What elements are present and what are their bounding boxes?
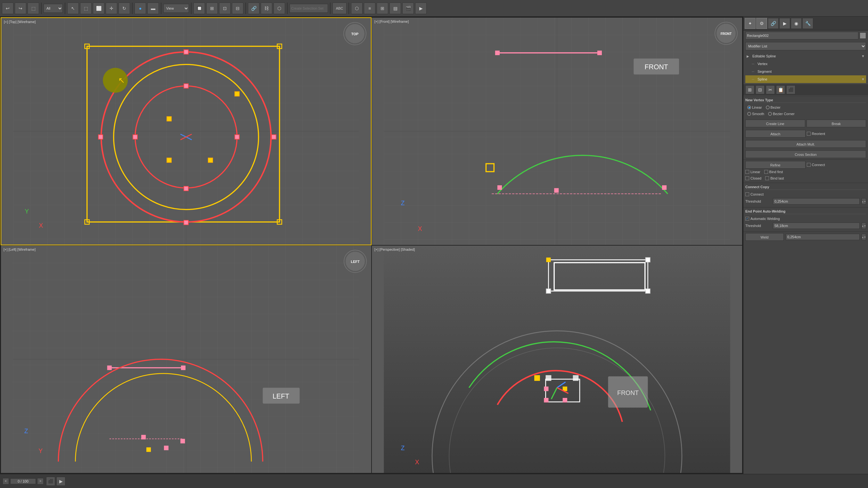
panel-utilities-icon[interactable]: 🔧 — [802, 18, 813, 29]
view-dropdown[interactable]: View — [163, 4, 189, 13]
weld-button[interactable]: Weld — [745, 233, 784, 241]
selection-set-input[interactable] — [289, 4, 328, 13]
panel-hierarchy-icon[interactable]: 🔗 — [768, 18, 779, 29]
mirror-tool[interactable]: ⬡ — [351, 3, 363, 14]
viewport-left[interactable]: [+] [Left] [Wireframe] LEFT — [1, 245, 372, 473]
nav-front-widget[interactable]: FRONT — [714, 22, 738, 46]
connect-threshold-spinner[interactable]: ▲▼ — [862, 198, 866, 205]
connect-copy-checkbox-item[interactable]: Connect — [745, 191, 866, 198]
break-button[interactable]: Break — [806, 120, 866, 127]
redo-button[interactable]: ↪ — [15, 3, 26, 14]
panel-tool-3[interactable]: ✂ — [766, 85, 775, 94]
align-tool[interactable]: ≡ — [364, 3, 375, 14]
panel-display-icon[interactable]: ◉ — [791, 18, 802, 29]
radio-bezier-corner[interactable]: Bezier Corner — [768, 112, 795, 116]
select-region[interactable]: ⬚ — [80, 3, 92, 14]
svg-rect-21 — [167, 158, 172, 163]
weld-value-input[interactable] — [786, 234, 860, 240]
connect-label: Connect — [812, 163, 825, 167]
panel-tool-1[interactable]: ⊞ — [745, 85, 754, 94]
rotate-tool[interactable]: ↻ — [119, 3, 130, 14]
render-tool[interactable]: 🎬 — [402, 3, 414, 14]
svg-text:Z: Z — [401, 199, 405, 206]
unlink-tool[interactable]: ⛓ — [261, 3, 272, 14]
bind-last-checkbox[interactable] — [765, 176, 769, 180]
viewport-front[interactable]: [+] [Front] [Wireframe] FRONT — [372, 17, 742, 245]
modifier-editable-spline[interactable]: ▶ Editable Spline ▼ — [745, 52, 866, 60]
modifier-list-select[interactable]: Modifier List — [745, 42, 866, 50]
weld-threshold-input[interactable] — [773, 223, 860, 229]
linear-checkbox-item[interactable]: Linear — [745, 170, 761, 174]
modifier-segment[interactable]: ··· Segment — [745, 68, 866, 75]
radio-linear[interactable]: Linear — [747, 106, 762, 109]
render2-tool[interactable]: ▶ — [415, 3, 427, 14]
viewport-top[interactable]: [+] [Top] [Wireframe] — [1, 17, 372, 245]
filter-dropdown[interactable]: All — [43, 4, 63, 13]
auto-welding-checkbox-item[interactable]: Automatic Welding — [745, 216, 866, 222]
svg-rect-39 — [597, 51, 602, 55]
circle-tool[interactable]: ● — [134, 3, 146, 14]
closed-checkbox-item[interactable]: Closed — [745, 176, 761, 180]
closed-checkbox[interactable] — [745, 176, 749, 180]
nav-next-button[interactable]: > — [37, 478, 43, 485]
panel-tool-2[interactable]: ⊟ — [755, 85, 765, 94]
link-tool[interactable]: 🔗 — [248, 3, 259, 14]
closed-label: Closed — [750, 176, 761, 180]
bind-first-checkbox[interactable] — [764, 170, 768, 174]
svg-rect-80 — [573, 375, 579, 381]
radio-smooth[interactable]: Smooth — [747, 112, 764, 116]
svg-rect-19 — [235, 92, 239, 96]
panel-tool-4[interactable]: 📋 — [776, 85, 785, 94]
svg-text:FRONT: FRONT — [617, 389, 639, 396]
nav-top-widget[interactable]: TOP — [343, 22, 367, 46]
timeline-key-button[interactable]: ⬛ — [46, 477, 55, 486]
connect-copy-checkbox[interactable] — [745, 192, 749, 196]
bind-tool[interactable]: ⬡ — [274, 3, 285, 14]
weld-spinner[interactable]: ▲▼ — [862, 234, 866, 240]
vertex-type-radios: Linear Bezier — [745, 104, 866, 111]
color-swatch[interactable] — [860, 32, 866, 39]
attach-mult-button[interactable]: Attach Mult. — [745, 140, 866, 148]
refine-button[interactable]: Refine — [745, 161, 806, 169]
attach-button[interactable]: Attach — [745, 130, 806, 138]
array-tool[interactable]: ⊞ — [377, 3, 388, 14]
connect-threshold-input[interactable] — [773, 198, 860, 205]
modifier-spline[interactable]: ··· Spline ▼ — [745, 75, 866, 83]
undo-button[interactable]: ↩ — [2, 3, 13, 14]
timeline-play-button[interactable]: ▶ — [56, 477, 65, 486]
viewport-perspective[interactable]: [+] [Perspective] [Shaded] — [372, 245, 742, 473]
cross-section-button[interactable]: Cross Section — [745, 150, 866, 158]
svg-rect-60 — [180, 439, 185, 443]
linear-checkbox[interactable] — [745, 170, 749, 174]
move-tool[interactable]: ✛ — [106, 3, 117, 14]
bind-last-checkbox-item[interactable]: Bind last — [765, 176, 784, 180]
status-bar: < 0 / 100 > ⬛ ▶ — [0, 474, 868, 488]
window-crossing[interactable]: ⬜ — [93, 3, 104, 14]
snap3-tool[interactable]: ⊡ — [219, 3, 230, 14]
new-vertex-type-title: New Vertex Type — [745, 97, 866, 103]
rect-tool[interactable]: ▬ — [147, 3, 159, 14]
reorient-checkbox[interactable] — [807, 132, 811, 136]
modifier-vertex[interactable]: ··· Vertex — [745, 60, 866, 68]
object-name-input[interactable] — [745, 32, 858, 39]
bind-first-checkbox-item[interactable]: Bind first — [764, 170, 783, 174]
select-tool[interactable]: ↖ — [67, 3, 79, 14]
radio-bezier[interactable]: Bezier — [766, 106, 780, 109]
create-line-button[interactable]: Create Line — [745, 120, 805, 127]
connect-checkbox[interactable] — [807, 163, 811, 167]
nav-prev-button[interactable]: < — [3, 478, 9, 485]
layer-tool[interactable]: ▤ — [390, 3, 401, 14]
radio-bezier-corner-label: Bezier Corner — [773, 112, 795, 116]
weld-threshold-spinner[interactable]: ▲▼ — [862, 223, 866, 229]
nav-left-widget[interactable]: LEFT — [343, 250, 367, 274]
panel-tool-5[interactable]: ⬛ — [786, 85, 795, 94]
select-button[interactable]: ⬚ — [28, 3, 39, 14]
panel-modify-icon[interactable]: ⚙ — [756, 18, 767, 29]
abc-tool[interactable]: ABC — [333, 3, 346, 14]
panel-create-icon[interactable]: ✦ — [745, 18, 755, 29]
snap2-tool[interactable]: ⊞ — [206, 3, 218, 14]
auto-welding-checkbox[interactable] — [745, 217, 749, 221]
snap4-tool[interactable]: ⊟ — [232, 3, 243, 14]
snap-tool[interactable]: 🔲 — [193, 3, 205, 14]
panel-motion-icon[interactable]: ▶ — [779, 18, 790, 29]
